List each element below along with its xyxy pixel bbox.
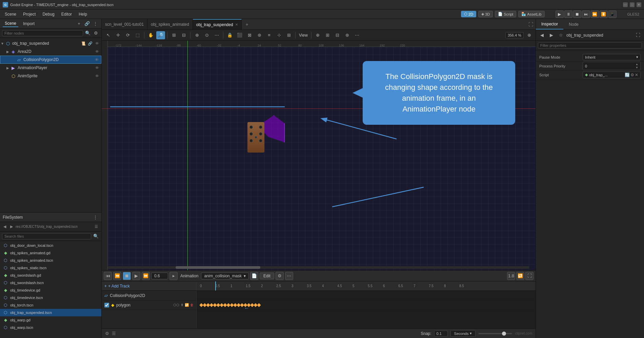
mode-2d-button[interactable]: ⬡ 2D xyxy=(461,11,476,17)
fs-search-input[interactable] xyxy=(2,233,91,239)
script-reload-icon[interactable]: 🔄 xyxy=(625,73,630,77)
list-item[interactable]: ⬡ obj_spikes_static.tscn xyxy=(0,264,101,272)
tree-expand-area2d[interactable]: ▶ xyxy=(5,50,10,54)
anim-rewind-button[interactable]: ⏮ xyxy=(104,272,112,280)
mode-script-button[interactable]: 📄 Script xyxy=(495,11,516,17)
run-play-next-button[interactable]: ⏬ xyxy=(600,11,608,18)
view-label[interactable]: View xyxy=(298,33,309,38)
filter-icon[interactable]: ⚙ xyxy=(105,331,109,336)
node-visible-icon[interactable]: 👁 xyxy=(94,40,100,46)
inspector-expand-btn[interactable]: ⛶ xyxy=(634,31,642,39)
anim-time-arrow[interactable]: ▸ xyxy=(169,272,178,280)
mode-3d-button[interactable]: ◈ 3D xyxy=(478,11,493,17)
window-controls[interactable]: — □ ✕ xyxy=(623,2,641,7)
add-node-button[interactable]: + xyxy=(76,20,82,27)
scale-tool[interactable]: ⬚ xyxy=(133,31,142,39)
search-input[interactable] xyxy=(2,30,83,36)
tab-scene[interactable]: Scene xyxy=(3,20,18,27)
track-copy-btn[interactable]: ⬆ xyxy=(181,303,183,307)
anim-expand-button[interactable]: ⛶ xyxy=(525,272,534,280)
zoom-slider[interactable] xyxy=(478,333,512,334)
tab-import[interactable]: Import xyxy=(21,21,37,27)
grid-snap-button[interactable]: ⊞ xyxy=(284,31,293,39)
smart-snap-button[interactable]: ⊹ xyxy=(275,31,283,39)
track-curve-btn[interactable]: ⬡⬡ xyxy=(173,303,179,307)
list-item[interactable]: ◆ obj_warp.gd xyxy=(0,316,101,324)
anim-more-button[interactable]: ⋯ xyxy=(285,272,293,280)
add-track-button[interactable]: + + Add Track xyxy=(104,284,130,289)
viewport-scrollbar-thumb[interactable] xyxy=(176,266,260,269)
inspector-filter-input[interactable] xyxy=(538,42,642,48)
anim-settings-button[interactable]: ⚙ xyxy=(276,272,284,280)
list-item[interactable]: ◆ obj_swordslash.gd xyxy=(0,272,101,279)
mode-assetlib-button[interactable]: 🏪 AssetLib xyxy=(518,11,544,17)
tree-node-root[interactable]: ▼ ⬡ obj_trap_suspended 📜 🔗 👁 xyxy=(0,39,101,47)
list-item[interactable]: ⬡ obj_torch.tscn xyxy=(0,301,101,309)
more-options-button[interactable]: ⋯ xyxy=(212,31,221,39)
menu-help[interactable]: Help xyxy=(76,11,90,17)
run-deploy-button[interactable]: 📱 xyxy=(608,11,617,18)
zoom-knob[interactable] xyxy=(502,332,506,336)
tree-node-animplayer[interactable]: ▶ ▶ AnimationPlayer 👁 xyxy=(0,64,101,72)
run-play-button[interactable]: ▶ xyxy=(556,11,564,18)
snap-grid-button[interactable]: ⊞ xyxy=(169,31,178,39)
tab-close-icon[interactable]: ✕ xyxy=(235,23,238,26)
process-priority-down[interactable]: ▼ xyxy=(636,66,638,69)
run-stop-button[interactable]: ⏹ xyxy=(573,11,581,18)
tab-scn-level[interactable]: scn_level_001-tuto01 xyxy=(102,19,147,29)
track-delete-btn[interactable]: 🗑 xyxy=(190,303,194,307)
anim-new-button[interactable]: 📄 xyxy=(250,272,258,280)
vp-tool-5[interactable]: ⋯ xyxy=(353,31,362,39)
lock-axis-button[interactable]: ⊟ xyxy=(179,31,188,39)
inspector-history-back[interactable]: ◀ xyxy=(538,31,546,39)
close-button[interactable]: ✕ xyxy=(637,2,641,7)
anim-play-button[interactable]: ▶ xyxy=(132,272,140,280)
reset-zoom-button[interactable]: ⊕ xyxy=(525,31,534,39)
add-tab-button[interactable]: + xyxy=(242,19,253,29)
node-instance-icon[interactable]: 🔗 xyxy=(87,40,93,46)
anim-time-display[interactable]: 0.6 xyxy=(151,273,168,279)
rotate-tool[interactable]: ⟳ xyxy=(123,31,132,39)
inspector-history-fwd[interactable]: ▶ xyxy=(547,31,556,39)
list-item[interactable]: ⬡ obj_spikes_animated.tscn xyxy=(0,257,101,264)
move-tool[interactable]: ✛ xyxy=(114,31,122,39)
run-play-custom-button[interactable]: ⏩ xyxy=(591,11,599,18)
edit-bone-button[interactable]: ⊕ xyxy=(193,31,201,39)
instance-node-button[interactable]: 🔗 xyxy=(84,20,90,27)
tab-obj-spikes[interactable]: obj_spikes_animated xyxy=(147,19,193,29)
lock-button[interactable]: 🔒 xyxy=(225,31,234,39)
run-play-scene-button[interactable]: ⏭ xyxy=(582,11,590,18)
menu-editor[interactable]: Editor xyxy=(59,11,75,17)
tree-node-animsprite[interactable]: ⬡ AnimSprite 👁 xyxy=(0,72,101,80)
maximize-viewport-button[interactable]: ⛶ xyxy=(526,19,536,29)
pivot-button[interactable]: ⊛ xyxy=(255,31,264,39)
vp-tool-4[interactable]: ⊛ xyxy=(343,31,352,39)
anim-prev-frame-button[interactable]: ⏪ xyxy=(113,272,121,280)
animation-name-dropdown[interactable]: anim_collision_mask ▾ xyxy=(201,273,249,279)
node-script-icon[interactable]: 📜 xyxy=(80,40,86,46)
maximize-button[interactable]: □ xyxy=(630,2,635,7)
search-icon[interactable]: 🔍 xyxy=(84,30,91,37)
viewport[interactable]: -172 -144 -116 -88 -60 -32 -4 24 52 80 1… xyxy=(102,41,536,270)
vp-tool-2[interactable]: ⊞ xyxy=(323,31,332,39)
snap-value-input[interactable] xyxy=(434,331,448,337)
filter-icon[interactable]: ⚙ xyxy=(93,30,99,37)
vp-tool-1[interactable]: ⊕ xyxy=(314,31,322,39)
pan-tool[interactable]: ✋ xyxy=(146,31,155,39)
anim-edit-button[interactable]: Edit xyxy=(260,273,274,279)
keyframe[interactable] xyxy=(257,303,261,307)
list-item[interactable]: ⬡ obj_warp.tscn xyxy=(0,324,101,331)
pose-button[interactable]: ⊙ xyxy=(202,31,211,39)
guides-button[interactable]: ≡ xyxy=(265,31,274,39)
minimize-button[interactable]: — xyxy=(623,2,628,7)
track-loop-btn[interactable]: 🔁 xyxy=(185,303,189,307)
list-item[interactable]: ◆ obj_timedevice.gd xyxy=(0,286,101,294)
anim-play-loop-button[interactable]: ⏩ xyxy=(142,272,150,280)
list-item[interactable]: ⬡ obj_trap_suspended.tscn xyxy=(0,309,101,316)
tab-inspector[interactable]: Inspector xyxy=(536,19,563,29)
prop-value-pause-mode[interactable]: Inherit ▾ xyxy=(583,54,641,60)
node-visible-area2d[interactable]: 👁 xyxy=(94,48,100,55)
inspector-favorites[interactable]: ☆ xyxy=(557,31,565,39)
menu-project[interactable]: Project xyxy=(20,11,38,17)
zoom-tool[interactable]: 🔎 xyxy=(156,31,165,39)
